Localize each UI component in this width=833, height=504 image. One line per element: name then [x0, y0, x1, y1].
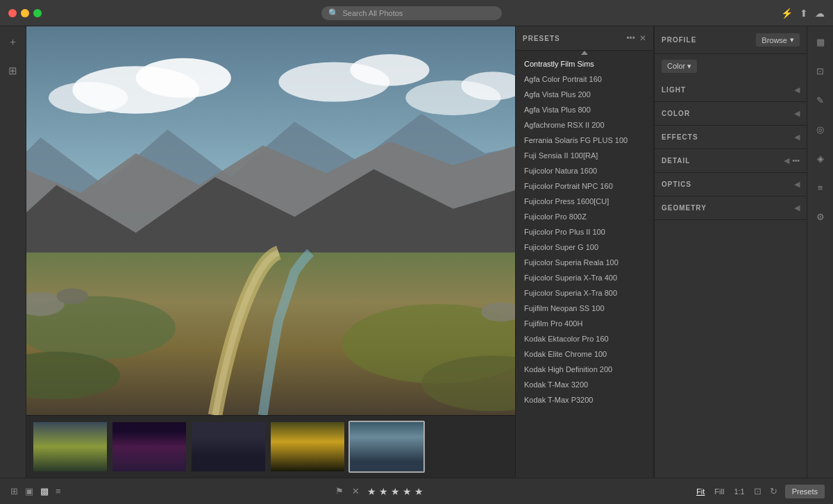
profile-label: PROFILE: [662, 36, 756, 44]
close-icon[interactable]: ✕: [639, 33, 646, 43]
fill-button[interactable]: Fill: [712, 486, 727, 497]
presets-button[interactable]: Presets: [785, 485, 825, 498]
section-light-header[interactable]: LIGHT ◀: [655, 78, 807, 101]
add-icon[interactable]: ＋: [3, 32, 23, 51]
grid-view-icon[interactable]: ⊞: [8, 484, 20, 498]
crop-icon[interactable]: ⊡: [811, 61, 830, 81]
preset-item-22[interactable]: Kodak T-Max P3200: [516, 392, 653, 408]
chevron-down-icon: ▾: [790, 35, 794, 44]
square-view-icon[interactable]: ▣: [23, 484, 35, 498]
preset-item-15[interactable]: Fujicolor Superia X-Tra 800: [516, 285, 653, 301]
section-effects: EFFECTS ◀: [655, 126, 807, 149]
section-optics-header[interactable]: OPTICS ◀: [655, 173, 807, 196]
preset-item-21[interactable]: Kodak T-Max 3200: [516, 377, 653, 392]
presets-panel: PRESETS ••• ✕ Contrastly Film Sims Agfa …: [515, 26, 654, 478]
section-detail-header[interactable]: DETAIL ◀ •••: [655, 149, 807, 172]
redeye-icon[interactable]: ◈: [811, 149, 830, 168]
top-right-icons: ⚡ ⬆ ☁: [781, 8, 825, 19]
section-detail: DETAIL ◀ •••: [655, 149, 807, 173]
settings-icon[interactable]: ⚙: [811, 207, 830, 226]
preset-item-11[interactable]: Fujicolor Pro Plus II 100: [516, 224, 653, 240]
section-detail-title: DETAIL: [662, 157, 784, 165]
heal-icon[interactable]: ✎: [811, 90, 830, 110]
film-thumb-1[interactable]: [32, 421, 108, 473]
film-thumb-5[interactable]: [348, 421, 425, 473]
preset-item-17[interactable]: Fujifilm Pro 400H: [516, 316, 653, 331]
collapse-geometry-icon: ◀: [794, 203, 800, 212]
filmstrip: [26, 415, 515, 478]
preset-item-19[interactable]: Kodak Elite Chrome 100: [516, 346, 653, 362]
fit-button[interactable]: Fit: [693, 486, 707, 497]
detail-view-icon[interactable]: ▩: [38, 484, 51, 498]
profile-dropdown[interactable]: Color ▾: [662, 60, 697, 73]
section-color: COLOR ◀: [655, 102, 807, 126]
section-color-header[interactable]: COLOR ◀: [655, 102, 807, 125]
collapse-color-icon: ◀: [794, 109, 800, 118]
star-4[interactable]: ★: [403, 486, 412, 497]
reject-icon[interactable]: ✕: [350, 484, 362, 498]
preset-item-7[interactable]: Fujicolor Natura 1600: [516, 163, 653, 178]
preset-item-12[interactable]: Fujicolor Super G 100: [516, 240, 653, 255]
preset-item-9[interactable]: Fujicolor Press 1600[CU]: [516, 194, 653, 209]
photos-icon[interactable]: ⊞: [3, 61, 23, 81]
preset-item-8[interactable]: Fujicolor Portrait NPC 160: [516, 178, 653, 194]
profile-value: Color: [667, 62, 685, 70]
browse-button[interactable]: Browse ▾: [756, 33, 800, 47]
minimize-button[interactable]: [21, 9, 29, 17]
film-thumb-2[interactable]: [111, 421, 187, 473]
preset-item-2[interactable]: Agfa Vista Plus 200: [516, 87, 653, 102]
share-icon[interactable]: ⬆: [800, 8, 808, 19]
preset-item-18[interactable]: Kodak Ektacolor Pro 160: [516, 331, 653, 346]
preset-item-0[interactable]: Contrastly Film Sims: [516, 56, 653, 72]
rotate-icon[interactable]: ↻: [768, 484, 780, 498]
presets-title: PRESETS: [523, 35, 626, 42]
histogram-icon[interactable]: ▦: [811, 32, 830, 51]
presets-list: Contrastly Film Sims Agfa Color Portrait…: [516, 56, 653, 478]
bottom-bar: ⊞ ▣ ▩ ≡ ⚑ ✕ ★ ★ ★ ★ ★ Fit Fill 1:1 ⊡ ↻ P…: [0, 478, 833, 504]
flag-icon[interactable]: ⚑: [333, 484, 346, 498]
browse-label: Browse: [762, 36, 787, 44]
section-light-title: LIGHT: [662, 86, 794, 94]
preset-item-4[interactable]: Agfachrome RSX II 200: [516, 117, 653, 133]
section-optics-title: OPTICS: [662, 180, 794, 188]
close-button[interactable]: [8, 9, 17, 17]
svg-point-2: [136, 58, 231, 98]
section-light: LIGHT ◀: [655, 78, 807, 102]
more-icon[interactable]: •••: [626, 33, 635, 43]
svg-point-3: [49, 82, 128, 114]
preset-item-10[interactable]: Fujicolor Pro 800Z: [516, 209, 653, 224]
list-view-icon[interactable]: ≡: [53, 484, 63, 498]
section-effects-header[interactable]: EFFECTS ◀: [655, 126, 807, 149]
cloud-icon[interactable]: ☁: [815, 8, 825, 19]
collapse-effects-icon: ◀: [794, 133, 800, 142]
preset-item-6[interactable]: Fuji Sensia II 100[RA]: [516, 148, 653, 163]
preset-item-1[interactable]: Agfa Color Portrait 160: [516, 72, 653, 87]
section-geometry-header[interactable]: GEOMETRY ◀: [655, 196, 807, 219]
film-thumb-3[interactable]: [190, 421, 267, 473]
svg-point-5: [350, 54, 429, 86]
preset-item-20[interactable]: Kodak High Definition 200: [516, 362, 653, 377]
ratio-button[interactable]: 1:1: [731, 486, 747, 497]
preset-item-16[interactable]: Fujifilm Neopan SS 100: [516, 301, 653, 316]
compare-icon[interactable]: ⊡: [752, 484, 764, 498]
preset-item-13[interactable]: Fujicolor Superia Reala 100: [516, 255, 653, 270]
adjustments-icon[interactable]: ≡: [811, 178, 830, 197]
star-2[interactable]: ★: [379, 486, 388, 497]
flag-area: ⚑ ✕: [333, 484, 362, 498]
section-geometry-title: GEOMETRY: [662, 204, 794, 212]
star-1[interactable]: ★: [367, 486, 376, 497]
masking-icon[interactable]: ◎: [811, 119, 830, 139]
maximize-button[interactable]: [33, 9, 42, 17]
star-3[interactable]: ★: [391, 486, 400, 497]
star-5[interactable]: ★: [414, 486, 423, 497]
dropdown-arrow-icon: ▾: [687, 62, 691, 70]
film-thumb-4[interactable]: [269, 421, 346, 473]
preset-item-3[interactable]: Agfa Vista Plus 800: [516, 102, 653, 117]
right-icons-bar: ▦ ⊡ ✎ ◎ ◈ ≡ ⚙: [807, 26, 833, 478]
preset-item-14[interactable]: Fujicolor Superia X-Tra 400: [516, 270, 653, 285]
filter-icon[interactable]: ⚡: [781, 8, 793, 19]
preset-item-5[interactable]: Ferrania Solaris FG PLUS 100: [516, 133, 653, 148]
collapse-optics-icon: ◀: [794, 180, 800, 189]
search-input[interactable]: [343, 9, 482, 17]
collapse-detail-icon: ◀: [784, 156, 789, 165]
